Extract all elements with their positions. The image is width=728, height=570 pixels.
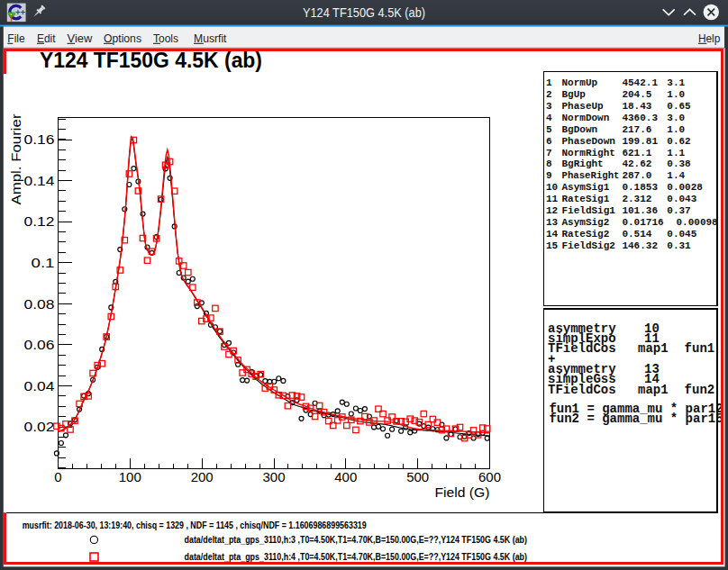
svg-text:0.14: 0.14 (24, 173, 55, 188)
svg-text:1.0: 1.0 (667, 124, 685, 135)
svg-text:0.04: 0.04 (24, 378, 55, 394)
svg-text:4542.1: 4542.1 (622, 77, 658, 88)
svg-text:200: 200 (191, 469, 214, 484)
svg-text:RateSig1: RateSig1 (562, 194, 610, 204)
svg-text:0.1: 0.1 (32, 255, 55, 270)
svg-text:FieldSig1: FieldSig1 (562, 205, 616, 216)
svg-text:0.0028: 0.0028 (667, 182, 703, 193)
svg-text:621.1: 621.1 (622, 148, 651, 158)
svg-text:0.043: 0.043 (667, 194, 696, 204)
svg-text:600: 600 (478, 469, 501, 484)
svg-text:1.0: 1.0 (667, 89, 685, 100)
svg-text:Y124 TF150G 4.5K (ab): Y124 TF150G 4.5K (ab) (40, 49, 262, 72)
svg-text:TFieldCos: TFieldCos (548, 341, 616, 356)
svg-text:++: ++ (15, 7, 26, 17)
svg-text:9: 9 (546, 170, 552, 181)
svg-text:217.6: 217.6 (622, 124, 651, 135)
svg-text:musrfit: 2018-06-30, 13:19:40,: musrfit: 2018-06-30, 13:19:40, chisq = 1… (23, 520, 367, 530)
svg-text:AsymSig1: AsymSig1 (562, 182, 610, 193)
svg-text:0.16: 0.16 (24, 131, 55, 147)
svg-text:12: 12 (546, 205, 558, 216)
svg-text:7: 7 (546, 148, 552, 158)
svg-text:0.38: 0.38 (667, 158, 691, 169)
svg-text:2: 2 (546, 89, 552, 100)
svg-text:NormRight: NormRight (562, 148, 615, 158)
svg-text:10: 10 (546, 182, 558, 193)
svg-text:File: File (7, 32, 24, 45)
svg-text:data/deltat_pta_gps_3110,h:4 ,: data/deltat_pta_gps_3110,h:4 ,T0=4.50K,T… (185, 551, 528, 562)
svg-text:Field (G): Field (G) (435, 484, 490, 500)
svg-text:18.43: 18.43 (622, 101, 651, 112)
svg-text:42.62: 42.62 (622, 158, 651, 169)
svg-text:1.1: 1.1 (667, 148, 685, 158)
svg-text:204.5: 204.5 (622, 89, 651, 100)
svg-text:101.36: 101.36 (622, 205, 658, 216)
svg-text:Edit: Edit (37, 32, 56, 45)
svg-text:Ampl. Fourier: Ampl. Fourier (8, 114, 23, 205)
svg-text:6: 6 (546, 136, 552, 147)
svg-text:RateSig2: RateSig2 (562, 229, 610, 240)
svg-text:287.0: 287.0 (622, 170, 651, 181)
svg-text:3.1: 3.1 (667, 77, 685, 88)
svg-text:300: 300 (262, 469, 285, 484)
svg-text:data/deltat_pta_gps_3110,h:3 ,: data/deltat_pta_gps_3110,h:3 ,T0=4.50K,T… (185, 534, 528, 545)
svg-text:0.045: 0.045 (667, 229, 696, 240)
svg-text:0.31: 0.31 (667, 240, 691, 251)
svg-text:fun2: fun2 (685, 383, 715, 397)
svg-text:Y124 TF150G 4.5K (ab): Y124 TF150G 4.5K (ab) (303, 5, 425, 20)
svg-text:map1: map1 (638, 341, 669, 356)
svg-text:TFieldCos: TFieldCos (548, 383, 616, 397)
svg-text:map1: map1 (638, 383, 669, 397)
svg-text:0.08: 0.08 (24, 296, 55, 312)
svg-text:BgRight: BgRight (562, 158, 604, 169)
svg-text:3.0: 3.0 (667, 113, 685, 123)
svg-text:Options: Options (104, 32, 141, 45)
svg-text:NormUp: NormUp (562, 77, 598, 88)
svg-text:3: 3 (546, 101, 552, 112)
svg-text:1.4: 1.4 (667, 170, 685, 181)
svg-text:5: 5 (546, 124, 552, 135)
svg-text:0.65: 0.65 (667, 101, 691, 112)
svg-text:0.514: 0.514 (622, 229, 651, 240)
svg-text:4: 4 (546, 113, 552, 123)
svg-text:0.02: 0.02 (24, 419, 55, 434)
svg-text:fun1: fun1 (685, 341, 715, 356)
svg-text:PhaseUp: PhaseUp (562, 101, 605, 112)
svg-text:100: 100 (119, 469, 141, 484)
svg-text:0.01716: 0.01716 (622, 217, 663, 228)
svg-text:0.06: 0.06 (24, 337, 55, 352)
svg-text:0.62: 0.62 (667, 136, 690, 147)
svg-text:PhaseDown: PhaseDown (562, 136, 615, 147)
svg-text:199.81: 199.81 (622, 136, 658, 147)
svg-text:fun2 = gamma_mu * par15: fun2 = gamma_mu * par15 (549, 412, 723, 426)
svg-text:0: 0 (54, 469, 61, 484)
svg-text:4360.3: 4360.3 (622, 113, 658, 123)
svg-text:15: 15 (546, 240, 559, 251)
svg-text:BgUp: BgUp (562, 89, 587, 100)
svg-text:Musrfit: Musrfit (194, 32, 227, 45)
svg-text:2.312: 2.312 (622, 194, 651, 204)
svg-text:1: 1 (546, 77, 552, 88)
svg-text:NormDown: NormDown (562, 113, 610, 123)
svg-text:View: View (68, 32, 93, 45)
svg-text:13: 13 (546, 217, 559, 228)
svg-text:FieldSig2: FieldSig2 (562, 240, 615, 251)
svg-text:0.12: 0.12 (24, 213, 55, 229)
svg-text:0.1853: 0.1853 (622, 182, 658, 193)
svg-text:Help: Help (698, 32, 720, 45)
svg-text:BgDown: BgDown (562, 124, 598, 135)
svg-text:PhaseRight: PhaseRight (562, 170, 620, 181)
svg-text:Tools: Tools (153, 32, 178, 45)
svg-text:0.00098: 0.00098 (677, 217, 719, 228)
svg-text:400: 400 (334, 469, 357, 484)
svg-text:11: 11 (546, 194, 559, 204)
svg-text:AsymSig2: AsymSig2 (562, 217, 610, 228)
svg-text:0.37: 0.37 (667, 205, 690, 216)
svg-text:14: 14 (546, 229, 559, 240)
svg-text:8: 8 (546, 158, 552, 169)
svg-text:146.32: 146.32 (622, 240, 658, 251)
svg-text:500: 500 (406, 469, 429, 484)
